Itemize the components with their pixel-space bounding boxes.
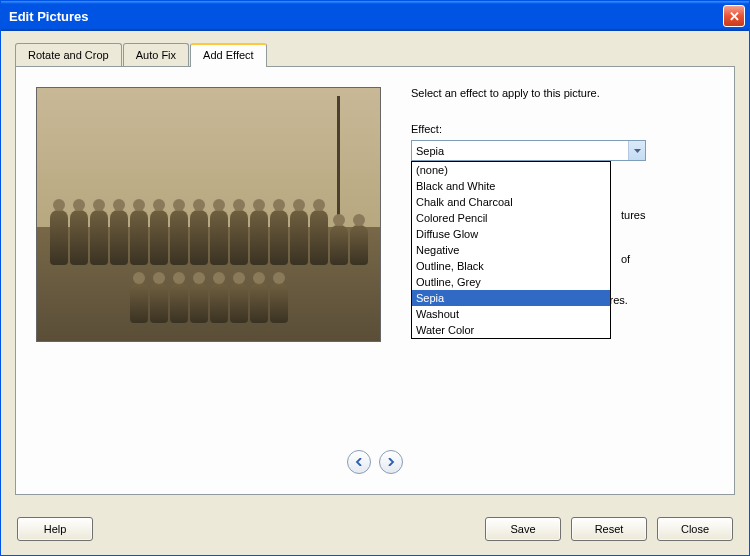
close-button[interactable]: Close (657, 517, 733, 541)
effect-option[interactable]: Outline, Grey (412, 274, 610, 290)
effect-combo[interactable]: Sepia (none) Black and White Chalk and C… (411, 140, 646, 161)
window-title: Edit Pictures (9, 9, 723, 24)
chevron-down-icon (628, 141, 645, 160)
effect-option[interactable]: Diffuse Glow (412, 226, 610, 242)
obscured-text: tures of (621, 207, 721, 267)
help-button[interactable]: Help (17, 517, 93, 541)
effect-option[interactable]: (none) (412, 162, 610, 178)
tab-rotate-and-crop[interactable]: Rotate and Crop (15, 43, 122, 66)
effect-option[interactable]: Outline, Black (412, 258, 610, 274)
picture-nav (36, 450, 714, 474)
effect-option[interactable]: Negative (412, 242, 610, 258)
effect-controls: Select an effect to apply to this pictur… (411, 87, 714, 438)
effect-dropdown-list[interactable]: (none) Black and White Chalk and Charcoa… (411, 161, 611, 339)
effect-label: Effect: (411, 123, 714, 135)
effect-option[interactable]: Colored Pencil (412, 210, 610, 226)
tab-auto-fix[interactable]: Auto Fix (123, 43, 189, 66)
tab-bar: Rotate and Crop Auto Fix Add Effect (15, 43, 735, 66)
effect-option[interactable]: Sepia (412, 290, 610, 306)
titlebar: Edit Pictures ✕ (1, 1, 749, 31)
close-window-button[interactable]: ✕ (723, 5, 745, 27)
effect-option[interactable]: Water Color (412, 322, 610, 338)
effect-option[interactable]: Chalk and Charcoal (412, 194, 610, 210)
chevron-right-icon (387, 458, 395, 466)
panel-body: Select an effect to apply to this pictur… (36, 87, 714, 438)
effect-option[interactable]: Black and White (412, 178, 610, 194)
reset-button[interactable]: Reset (571, 517, 647, 541)
effect-option[interactable]: Washout (412, 306, 610, 322)
close-icon: ✕ (729, 9, 740, 24)
tab-panel: Select an effect to apply to this pictur… (15, 66, 735, 495)
content-area: Rotate and Crop Auto Fix Add Effect (1, 31, 749, 507)
effect-combo-box[interactable]: Sepia (411, 140, 646, 161)
tab-add-effect[interactable]: Add Effect (190, 43, 267, 67)
dialog-footer: Help Save Reset Close (1, 507, 749, 555)
chevron-left-icon (355, 458, 363, 466)
instruction-text: Select an effect to apply to this pictur… (411, 87, 714, 99)
picture-preview (36, 87, 381, 342)
next-picture-button[interactable] (379, 450, 403, 474)
save-button[interactable]: Save (485, 517, 561, 541)
edit-pictures-dialog: Edit Pictures ✕ Rotate and Crop Auto Fix… (0, 0, 750, 556)
effect-selected-value: Sepia (416, 145, 444, 157)
prev-picture-button[interactable] (347, 450, 371, 474)
